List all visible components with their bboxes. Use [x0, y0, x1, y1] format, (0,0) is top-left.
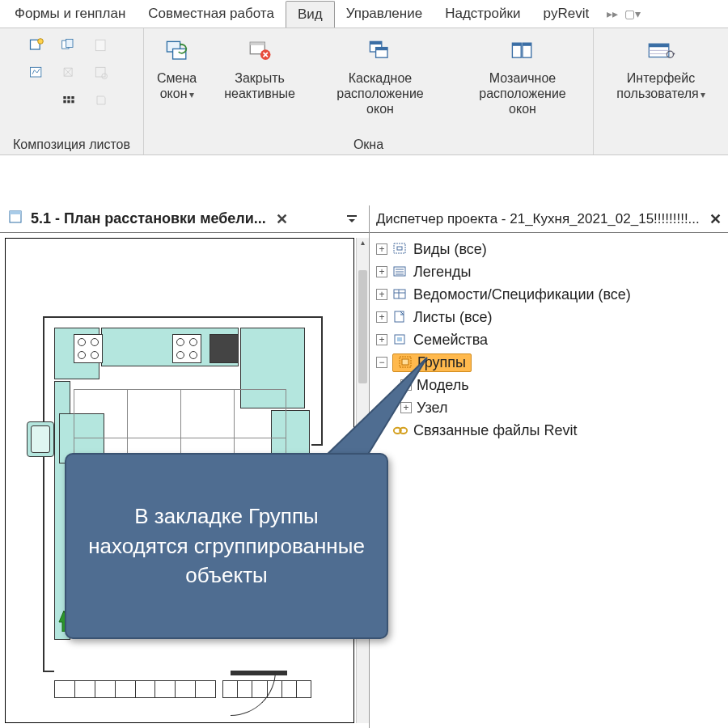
svg-marker-37 — [349, 219, 355, 222]
title-block-button[interactable] — [26, 62, 47, 83]
tab-collaborate[interactable]: Совместная работа — [137, 1, 286, 27]
tree-item-groups[interactable]: − Группы — [373, 351, 725, 374]
view-tab[interactable]: 5.1 - План расстановки мебели... ✕ — [0, 209, 296, 229]
switch-windows-icon — [162, 36, 193, 67]
floorplan-icon — [8, 209, 24, 229]
expand-toggle[interactable]: + — [376, 289, 387, 300]
svg-rect-29 — [649, 44, 669, 47]
sheets-icon — [392, 310, 408, 324]
schedules-icon — [392, 287, 408, 302]
families-icon — [392, 332, 408, 347]
view-ref-button — [91, 90, 112, 111]
panel-title-windows: Окна — [353, 135, 383, 153]
close-inactive-button[interactable]: Закрыть неактивные — [219, 33, 300, 101]
tab-pyrevit[interactable]: pyRevit — [531, 1, 600, 27]
user-interface-button[interactable]: Интерфейс пользователя▾ — [612, 33, 709, 101]
svg-rect-23 — [376, 48, 387, 51]
ribbon-tabs: Формы и генплан Совместная работа Вид Уп… — [0, 0, 728, 28]
tab-forms-siteplan[interactable]: Формы и генплан — [3, 1, 137, 27]
ribbon-minimize-icon[interactable]: ▢▾ — [624, 7, 641, 20]
project-browser-tree: + Виды (все) + Легенды + Ведомости/Специ… — [370, 233, 728, 447]
expand-toggle[interactable]: + — [400, 402, 412, 413]
project-browser-title: Диспетчер проекта - 21_Кухня_2021_02_15!… — [376, 211, 700, 227]
matchline-button[interactable] — [58, 90, 79, 111]
close-view-tab[interactable]: ✕ — [276, 210, 288, 228]
tree-item-views[interactable]: + Виды (все) — [373, 238, 725, 260]
panel-title-sheet-composition: Композиция листов — [13, 135, 130, 153]
tab-view[interactable]: Вид — [286, 1, 335, 28]
svg-rect-4 — [95, 40, 105, 50]
tree-item-model-groups[interactable]: + Модель — [373, 374, 725, 396]
tree-label: Модель — [417, 377, 469, 394]
ui-icon — [645, 36, 676, 67]
svg-rect-25 — [512, 43, 521, 46]
svg-rect-21 — [370, 41, 381, 44]
svg-rect-6 — [95, 67, 105, 77]
ribbon-overflow[interactable]: ▸▸ ▢▾ — [607, 7, 641, 20]
expand-toggle[interactable]: + — [376, 311, 387, 323]
svg-rect-35 — [10, 211, 21, 214]
tree-item-legends[interactable]: + Легенды — [373, 260, 725, 283]
cascade-icon — [365, 36, 396, 67]
cascade-windows-button[interactable]: Каскадное расположение окон — [318, 33, 442, 117]
svg-marker-16 — [180, 43, 183, 46]
expand-toggle[interactable]: + — [376, 243, 387, 255]
links-icon — [392, 423, 408, 438]
ribbon: Композиция листов Смена окон▾ Закрыть не… — [0, 28, 728, 155]
tree-item-detail-groups[interactable]: + Узел — [373, 396, 725, 419]
scroll-thumb[interactable] — [358, 270, 367, 383]
svg-rect-39 — [394, 243, 405, 253]
svg-rect-50 — [397, 337, 402, 341]
groups-icon — [398, 355, 414, 370]
svg-rect-13 — [71, 100, 74, 103]
tree-label: Легенды — [413, 264, 471, 281]
ribbon-panel-windows: Смена окон▾ Закрыть неактивные Каскадное… — [144, 28, 594, 154]
close-inactive-label: Закрыть неактивные — [224, 70, 295, 101]
svg-rect-10 — [71, 96, 74, 99]
legends-icon — [392, 265, 408, 279]
tree-item-sheets[interactable]: + Листы (все) — [373, 306, 725, 328]
scroll-up-icon[interactable]: ▴ — [357, 238, 369, 251]
views-icon — [392, 242, 408, 256]
tree-label: Листы (все) — [413, 309, 492, 326]
svg-rect-12 — [67, 100, 70, 103]
close-browser-button[interactable]: ✕ — [709, 210, 722, 228]
new-sheet-button[interactable] — [26, 35, 47, 56]
tree-label: Связанные файлы Revit — [413, 422, 578, 439]
svg-point-1 — [37, 39, 43, 44]
close-inactive-icon — [244, 36, 275, 67]
project-browser-header: Диспетчер проекта - 21_Кухня_2021_02_15!… — [370, 205, 728, 233]
callout-text: В закладке Группы находятся сгруппирован… — [83, 502, 370, 590]
view-tab-options[interactable] — [343, 210, 361, 228]
tab-manage[interactable]: Управление — [335, 1, 434, 27]
collapse-toggle[interactable]: − — [376, 357, 387, 368]
expand-toggle[interactable]: + — [376, 334, 387, 345]
ribbon-panel-sheet-composition: Композиция листов — [0, 28, 144, 154]
switch-windows-button[interactable]: Смена окон▾ — [152, 33, 201, 101]
duplicate-sheet-button[interactable] — [58, 35, 79, 56]
tree-item-schedules[interactable]: + Ведомости/Спецификации (все) — [373, 283, 725, 306]
annotation-callout: В закладке Группы находятся сгруппирован… — [65, 453, 388, 639]
tree-item-revit-links[interactable]: Связанные файлы Revit — [373, 419, 725, 442]
tree-label: Семейства — [413, 332, 488, 349]
ribbon-panel-ui: Интерфейс пользователя▾ — [594, 28, 728, 154]
expand-toggle[interactable]: + — [400, 379, 412, 391]
overflow-icon: ▸▸ — [607, 7, 618, 20]
tile-windows-button[interactable]: Мозаичное расположение окон — [460, 33, 585, 117]
ui-label: Интерфейс пользователя▾ — [616, 70, 705, 101]
tree-item-families[interactable]: + Семейства — [373, 328, 725, 351]
expand-toggle[interactable]: + — [376, 266, 387, 277]
sheet-buttons-grid — [26, 35, 118, 112]
svg-rect-11 — [63, 100, 66, 103]
svg-point-7 — [101, 74, 107, 79]
svg-rect-18 — [250, 42, 265, 45]
tree-label: Ведомости/Спецификации (все) — [413, 286, 631, 303]
tree-label: Виды (все) — [413, 241, 487, 258]
sheet-button-7 — [26, 90, 47, 111]
view-tab-bar: 5.1 - План расстановки мебели... ✕ — [0, 205, 369, 233]
svg-rect-33 — [673, 53, 675, 55]
svg-rect-3 — [66, 40, 72, 48]
switch-windows-label: Смена окон▾ — [157, 70, 197, 101]
tree-label: Узел — [417, 400, 447, 417]
tab-addins[interactable]: Надстройки — [434, 1, 531, 27]
